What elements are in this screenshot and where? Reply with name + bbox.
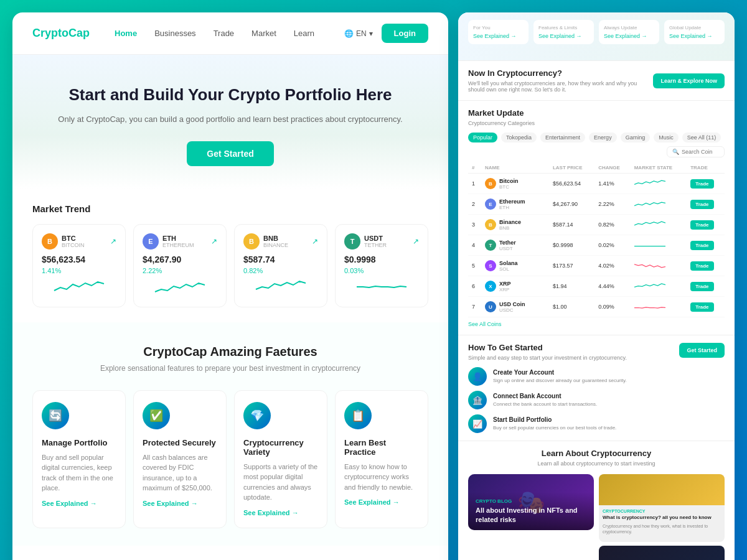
feature-learn-link[interactable]: See Explained →: [344, 498, 419, 506]
td-trade[interactable]: Trade: [687, 297, 725, 317]
get-started-button[interactable]: Get Started: [187, 141, 273, 166]
right-card-label-3: Global Update: [669, 25, 720, 30]
cat-entertainment[interactable]: Entertainment: [540, 133, 585, 142]
featured-title: All about Investing in NFTs and related …: [476, 506, 586, 524]
td-change: 2.22%: [594, 194, 630, 215]
right-card-link-1[interactable]: See Explained →: [538, 33, 589, 39]
trade-button-5[interactable]: Trade: [690, 282, 713, 291]
td-trade[interactable]: Trade: [687, 276, 725, 297]
right-now-desc: We'll tell you what cryptocurrencies are…: [468, 80, 653, 93]
feature-card-secure: ✅ Protected Securely All cash balances a…: [133, 390, 227, 528]
learn-card-img-1: [599, 546, 725, 560]
td-rank: 1: [468, 174, 481, 194]
search-input[interactable]: [682, 149, 719, 155]
learn-sub: Learn all about cryptocurrency to start …: [468, 460, 725, 467]
cat-see-all[interactable]: See All (11): [682, 133, 721, 142]
bnb-symbol: BNB: [263, 235, 288, 242]
td-trade[interactable]: Trade: [687, 256, 725, 276]
step-3-desc: Buy or sell popular currencies on our be…: [493, 424, 616, 431]
table-row: 7 U USD Coin USDC $1.00 0.09% Trade: [468, 297, 725, 317]
feature-portfolio-link[interactable]: See Explained →: [42, 500, 116, 507]
language-selector[interactable]: 🌐 EN ▾: [344, 29, 373, 38]
feature-portfolio-desc: Buy and sell popular digital currencies,…: [42, 452, 116, 493]
td-sparkline: [631, 235, 687, 256]
nav-home[interactable]: Home: [115, 29, 137, 38]
right-explore-button[interactable]: Learn & Explore Now: [653, 73, 725, 88]
trade-button-4[interactable]: Trade: [690, 261, 713, 271]
right-now-crypto: Now In Cryptocurrency? We'll tell you wh…: [458, 61, 735, 101]
td-empty: [540, 174, 549, 194]
cat-music[interactable]: Music: [654, 133, 679, 142]
features-title: CryptoCap Amazing Faetures: [32, 345, 428, 359]
bnb-icon: B: [243, 233, 260, 250]
nav-learn[interactable]: Learn: [294, 29, 314, 38]
usdt-chart: [344, 278, 419, 298]
market-trend-section: Market Trend B BTC BITCOIN ↗: [12, 189, 448, 322]
td-rank: 2: [468, 194, 481, 215]
login-button[interactable]: Login: [382, 24, 428, 43]
td-sparkline: [631, 256, 687, 276]
cat-energy[interactable]: Energy: [589, 133, 617, 142]
usdt-price: $0.9998: [344, 254, 419, 264]
right-card-link-2[interactable]: See Explained →: [604, 33, 654, 39]
nav-businesses[interactable]: Businesses: [154, 29, 195, 38]
th-price: LAST PRICE: [549, 162, 594, 174]
market-update-title: Market Update: [468, 108, 725, 118]
left-panel: CryptoCap Home Businesses Trade Market L…: [12, 12, 448, 560]
td-trade[interactable]: Trade: [687, 235, 725, 256]
feature-variety-title: Cryptocurrency Variety: [243, 438, 318, 457]
td-sparkline: [631, 194, 687, 215]
trade-button-2[interactable]: Trade: [690, 220, 713, 230]
market-update-sub: Cryptocurrency Categories: [468, 120, 725, 126]
new-crypto-section: New In Cryptocurrency? We'll tell you wh…: [12, 546, 448, 560]
search-box: 🔍: [667, 146, 725, 157]
learn-featured-card[interactable]: 🎭 CRYPTO BLOG All about Investing in NFT…: [468, 474, 594, 530]
right-card-link-0[interactable]: See Explained →: [473, 33, 524, 39]
btc-price: $56,623.54: [42, 254, 116, 264]
eth-arrow: ↗: [211, 237, 217, 246]
th-name: NAME: [481, 162, 540, 174]
get-started-right-button[interactable]: Get Started: [679, 343, 725, 358]
trade-button-0[interactable]: Trade: [690, 179, 713, 189]
hero-section: Start and Build Your Crypto Portfolio He…: [12, 55, 448, 189]
td-change: 0.82%: [594, 215, 630, 235]
table-row: 3 B Binance BNB $587.14 0.82% Trade: [468, 215, 725, 235]
trade-button-6[interactable]: Trade: [690, 302, 713, 312]
trade-button-3[interactable]: Trade: [690, 241, 713, 250]
nav-trade[interactable]: Trade: [214, 29, 234, 38]
td-trade[interactable]: Trade: [687, 215, 725, 235]
cat-popular[interactable]: Popular: [468, 133, 497, 142]
btc-symbol: BTC: [62, 235, 85, 242]
how-to-title: How To Get Started: [468, 343, 627, 352]
cat-tokopedia[interactable]: Tokopedia: [501, 133, 537, 142]
th-trade: TRADE: [687, 162, 725, 174]
table-row: 2 E Ethereum ETH $4,267.90 2.22% Trade: [468, 194, 725, 215]
trend-cards: B BTC BITCOIN ↗ $56,623.54 1.41%: [32, 224, 428, 307]
right-card-0: For You See Explained →: [468, 20, 529, 44]
right-card-label-1: Features & Limits: [538, 25, 589, 30]
td-trade[interactable]: Trade: [687, 174, 725, 194]
trade-button-1[interactable]: Trade: [690, 200, 713, 209]
market-table: # NAME LAST PRICE CHANGE MARKET STATE TR…: [468, 162, 725, 317]
feature-secure-link[interactable]: See Explained →: [143, 500, 217, 507]
outer-wrapper: CryptoCap Home Businesses Trade Market L…: [12, 12, 735, 560]
td-change: 4.02%: [594, 256, 630, 276]
learn-top-card-1[interactable]: CRYPTOCURRENCY Can cryptocurrency really…: [599, 546, 725, 560]
feature-learn-desc: Easy to know how to cryptocurrency works…: [344, 462, 419, 493]
td-coin: T Tether USDT: [481, 235, 540, 256]
right-card-link-3[interactable]: See Explained →: [669, 33, 720, 39]
td-sparkline: [631, 276, 687, 297]
nav-market[interactable]: Market: [251, 29, 276, 38]
top-card-title-0: What is cryptocurrency? all you need to …: [603, 515, 721, 521]
td-trade[interactable]: Trade: [687, 194, 725, 215]
td-change: 0.02%: [594, 235, 630, 256]
cat-gaming[interactable]: Gaming: [621, 133, 651, 142]
bnb-price: $587.74: [243, 254, 318, 264]
how-steps: 👤 Create Your Account Sign up online and…: [468, 367, 725, 433]
see-all-coins[interactable]: See All Coins: [468, 321, 725, 327]
learn-icon: 📋: [344, 402, 372, 429]
learn-top-card-0[interactable]: CRYPTOCURRENCY What is cryptocurrency? a…: [599, 474, 725, 542]
feature-variety-link[interactable]: See Explained →: [243, 509, 318, 516]
td-coin: B Binance BNB: [481, 215, 540, 235]
trend-card-eth: E ETH ETHEREUM ↗ $4,267.90 2.22%: [133, 224, 227, 307]
